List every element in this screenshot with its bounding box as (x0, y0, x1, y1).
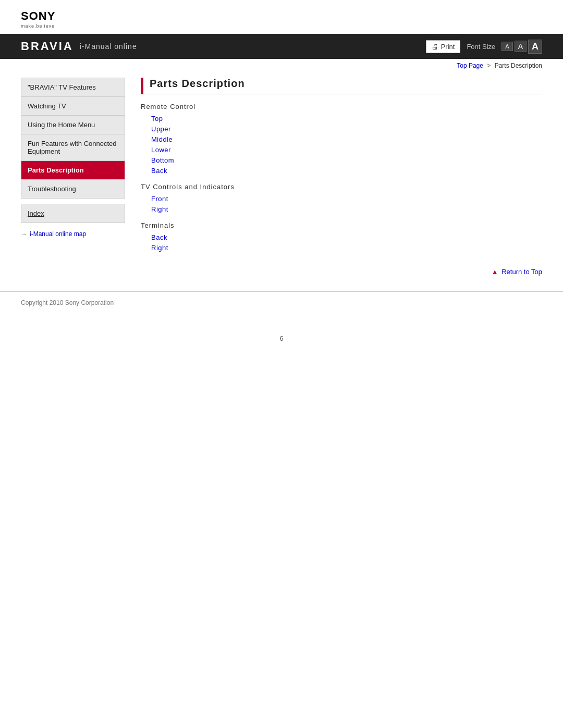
remote-control-links: Top Upper Middle Lower Bottom Back (151, 115, 542, 175)
link-terminals-back[interactable]: Back (151, 233, 542, 241)
font-size-label: Font Size (467, 43, 495, 51)
top-bar: BRAVIA i-Manual online 🖨 Print Font Size… (0, 34, 563, 59)
breadcrumb-separator: > (487, 62, 491, 69)
return-to-top: ▲ Return to Top (141, 267, 542, 276)
sidebar-index[interactable]: Index (21, 204, 125, 223)
link-tv-front[interactable]: Front (151, 195, 542, 203)
terminals-section: Terminals Back Right (141, 221, 542, 252)
link-remote-middle[interactable]: Middle (151, 135, 542, 143)
link-tv-right[interactable]: Right (151, 205, 542, 213)
sidebar-map-link[interactable]: → i-Manual online map (21, 230, 125, 238)
sidebar-map-label: i-Manual online map (30, 230, 86, 238)
print-button[interactable]: 🖨 Print (426, 40, 461, 53)
content-area: Parts Description Remote Control Top Upp… (141, 78, 542, 281)
sony-logo: SONY (21, 9, 542, 23)
print-icon: 🖨 (432, 43, 438, 51)
terminals-links: Back Right (151, 233, 542, 252)
tv-controls-label: TV Controls and Indicators (141, 183, 542, 191)
bravia-brand: BRAVIA (21, 40, 74, 53)
top-bar-right: 🖨 Print Font Size A A A (426, 40, 542, 54)
print-label: Print (441, 43, 455, 51)
font-large-button[interactable]: A (528, 40, 542, 54)
breadcrumb: Top Page > Parts Description (0, 59, 563, 72)
sidebar-item-parts-description[interactable]: Parts Description (21, 161, 125, 179)
link-remote-lower[interactable]: Lower (151, 146, 542, 154)
link-remote-top[interactable]: Top (151, 115, 542, 122)
link-remote-bottom[interactable]: Bottom (151, 156, 542, 164)
return-top-link[interactable]: ▲ Return to Top (492, 268, 542, 276)
breadcrumb-top-page[interactable]: Top Page (457, 62, 483, 69)
arrow-icon: → (21, 230, 27, 238)
main-layout: "BRAVIA" TV Features Watching TV Using t… (0, 78, 563, 281)
sidebar-item-home-menu[interactable]: Using the Home Menu (21, 115, 125, 134)
triangle-up-icon: ▲ (492, 268, 498, 276)
link-terminals-right[interactable]: Right (151, 244, 542, 252)
font-size-controls: A A A (501, 40, 542, 54)
font-small-button[interactable]: A (501, 42, 512, 51)
terminals-label: Terminals (141, 221, 542, 229)
link-remote-back[interactable]: Back (151, 167, 542, 175)
remote-control-section: Remote Control Top Upper Middle Lower Bo… (141, 103, 542, 175)
logo-area: SONY make.believe (0, 0, 563, 34)
tv-controls-links: Front Right (151, 195, 542, 213)
link-remote-upper[interactable]: Upper (151, 125, 542, 133)
bravia-subtitle: i-Manual online (80, 42, 137, 51)
breadcrumb-current: Parts Description (495, 62, 542, 69)
copyright-text: Copyright 2010 Sony Corporation (21, 299, 114, 306)
return-top-label: Return to Top (501, 268, 542, 276)
sidebar-item-bravia-features[interactable]: "BRAVIA" TV Features (21, 78, 125, 96)
sidebar-item-watching-tv[interactable]: Watching TV (21, 96, 125, 115)
sidebar: "BRAVIA" TV Features Watching TV Using t… (21, 78, 125, 281)
sidebar-item-troubleshooting[interactable]: Troubleshooting (21, 179, 125, 199)
tv-controls-section: TV Controls and Indicators Front Right (141, 183, 542, 213)
font-medium-button[interactable]: A (515, 41, 527, 52)
sony-tagline: make.believe (21, 23, 542, 29)
page-number: 6 (0, 335, 563, 342)
bravia-title: BRAVIA i-Manual online (21, 40, 137, 53)
page-title-section: Parts Description (141, 78, 542, 94)
remote-control-label: Remote Control (141, 103, 542, 110)
footer: Copyright 2010 Sony Corporation (0, 291, 563, 314)
page-title: Parts Description (150, 78, 245, 90)
sidebar-item-fun-features[interactable]: Fun Features with Connected Equipment (21, 134, 125, 161)
